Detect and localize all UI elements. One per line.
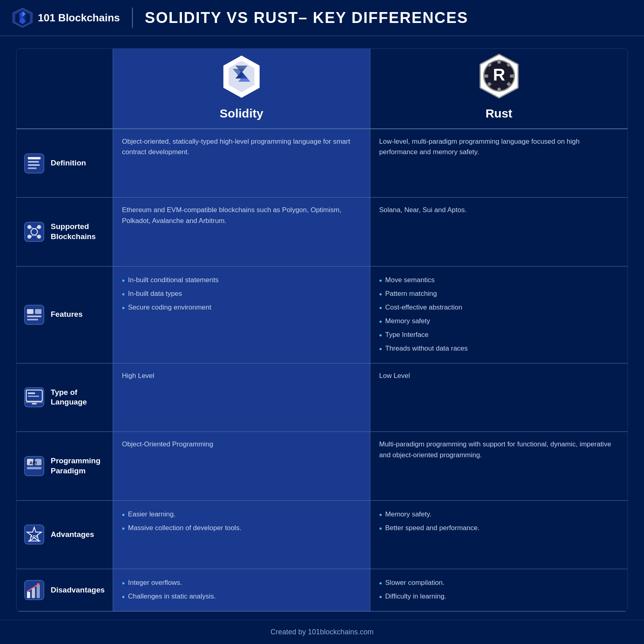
- col-header-solidity: Solidity: [113, 49, 370, 129]
- svg-text:ADV: ADV: [30, 535, 38, 539]
- svg-rect-26: [28, 161, 39, 163]
- svg-rect-53: [27, 467, 41, 469]
- list-item: •Cost-effective abstraction: [379, 301, 619, 315]
- cell-paradigm-solidity: Object-Oriented Programming: [113, 432, 370, 500]
- list-item: •Type Interface: [379, 328, 619, 342]
- paradigm-label: ProgrammingParadigm: [51, 456, 101, 476]
- svg-rect-41: [35, 309, 41, 314]
- list-item: •Integer overflows.: [122, 576, 361, 590]
- svg-text:R: R: [493, 65, 505, 84]
- svg-rect-48: [32, 403, 37, 405]
- cell-features-solidity: •In-built conditional statements •In-bui…: [113, 266, 370, 363]
- blockchains-label: SupportedBlockchains: [51, 222, 96, 242]
- definition-icon: [24, 153, 45, 174]
- advantages-icon: ADV: [24, 524, 45, 545]
- disadvantages-label: Disadvantages: [51, 585, 105, 595]
- svg-rect-43: [27, 319, 38, 320]
- logo-area: 101 Blockchains: [12, 7, 120, 28]
- row-label-advantages: ADV Advantages: [17, 501, 113, 569]
- cell-type-rust: Low Level: [370, 363, 627, 432]
- svg-rect-24: [25, 154, 44, 173]
- row-label-type: Type ofLanguage: [17, 363, 113, 432]
- solidity-logo: [219, 52, 264, 101]
- svg-point-64: [37, 583, 39, 586]
- blockchains-icon: [24, 221, 45, 242]
- list-item: •Pattern matching: [379, 287, 619, 301]
- disadvantages-icon: [24, 580, 45, 601]
- type-icon: [24, 387, 45, 408]
- definition-label: Definition: [51, 158, 86, 168]
- footer: Created by 101blockchains.com: [0, 620, 644, 644]
- svg-rect-46: [28, 392, 35, 394]
- svg-rect-25: [28, 157, 41, 159]
- svg-rect-60: [27, 592, 30, 598]
- footer-text: Created by 101blockchains.com: [270, 628, 374, 636]
- svg-rect-40: [27, 309, 33, 314]
- svg-rect-16: [497, 88, 501, 92]
- cell-blockchains-rust: Solana, Near, Sui and Aptos.: [370, 198, 627, 266]
- list-item: •Memory safety: [379, 315, 619, 328]
- list-item: •Massive collection of developer tools.: [122, 522, 361, 535]
- cell-advantages-solidity: •Easier learning. •Massive collection of…: [113, 501, 370, 569]
- row-label-features: Features: [17, 266, 113, 363]
- svg-rect-39: [25, 305, 44, 324]
- list-item: •Slower compilation.: [379, 576, 619, 590]
- row-label-definition: Definition: [17, 129, 113, 198]
- logo-text: 101 Blockchains: [38, 12, 120, 24]
- list-item: •Better speed and performance.: [379, 522, 619, 535]
- row-label-disadvantages: Disadvantages: [17, 569, 113, 611]
- list-item: •Threads without data races: [379, 342, 619, 356]
- cell-disadvantages-rust: •Slower compilation. •Difficulty in lear…: [370, 569, 627, 611]
- page-title: SOLIDITY VS RUST– KEY DIFFERENCES: [145, 9, 469, 27]
- row-label-paradigm: API ProgrammingParadigm: [17, 432, 113, 500]
- list-item: •Secure coding environment: [122, 301, 361, 315]
- list-item: •Challenges in static analysis.: [122, 590, 361, 604]
- svg-rect-15: [497, 60, 501, 64]
- features-label: Features: [51, 310, 83, 320]
- svg-rect-28: [28, 167, 37, 169]
- svg-rect-62: [37, 584, 40, 598]
- advantages-label: Advantages: [51, 530, 94, 540]
- features-icon: [24, 304, 45, 325]
- svg-rect-61: [32, 588, 35, 598]
- cell-definition-rust: Low-level, multi-paradigm programming la…: [370, 129, 627, 198]
- svg-rect-47: [28, 396, 39, 397]
- type-label: Type ofLanguage: [51, 388, 87, 407]
- svg-marker-49: [25, 401, 43, 403]
- cell-blockchains-solidity: Ethereum and EVM-compatible blockchains …: [113, 198, 370, 266]
- solidity-label: Solidity: [220, 107, 263, 120]
- paradigm-icon: API: [24, 456, 45, 477]
- svg-text:API: API: [29, 460, 37, 465]
- svg-rect-57: [28, 540, 41, 542]
- header-divider: [132, 8, 133, 28]
- list-item: •Difficulty in learning.: [379, 590, 619, 604]
- cell-type-solidity: High Level: [113, 363, 370, 432]
- logo-icon: [12, 7, 33, 28]
- main-content: Solidity: [0, 36, 644, 620]
- cell-features-rust: •Move semantics •Pattern matching •Cost-…: [370, 266, 627, 363]
- comparison-table: Solidity: [16, 48, 628, 612]
- list-item: •In-built data types: [122, 287, 361, 301]
- rust-logo: R: [477, 52, 521, 101]
- cell-definition-solidity: Object-oriented, statically-typed high-l…: [113, 129, 370, 198]
- svg-rect-27: [28, 164, 40, 166]
- header: 101 Blockchains SOLIDITY VS RUST– KEY DI…: [0, 0, 644, 36]
- list-item: •Easier learning.: [122, 508, 361, 522]
- cell-disadvantages-solidity: •Integer overflows. •Challenges in stati…: [113, 569, 370, 611]
- list-item: •Memory safety.: [379, 508, 619, 522]
- svg-rect-42: [27, 316, 41, 317]
- rust-label: Rust: [485, 107, 512, 120]
- list-item: •Move semantics: [379, 274, 619, 287]
- col-header-rust: R Rust: [370, 49, 627, 129]
- svg-rect-29: [25, 222, 44, 242]
- cell-paradigm-rust: Multi-paradigm programming with support …: [370, 432, 627, 500]
- svg-rect-18: [510, 74, 514, 78]
- svg-rect-17: [484, 74, 488, 78]
- col-header-empty: [17, 49, 113, 129]
- row-label-blockchains: SupportedBlockchains: [17, 198, 113, 266]
- list-item: •In-built conditional statements: [122, 274, 361, 287]
- cell-advantages-rust: •Memory safety. •Better speed and perfor…: [370, 501, 627, 569]
